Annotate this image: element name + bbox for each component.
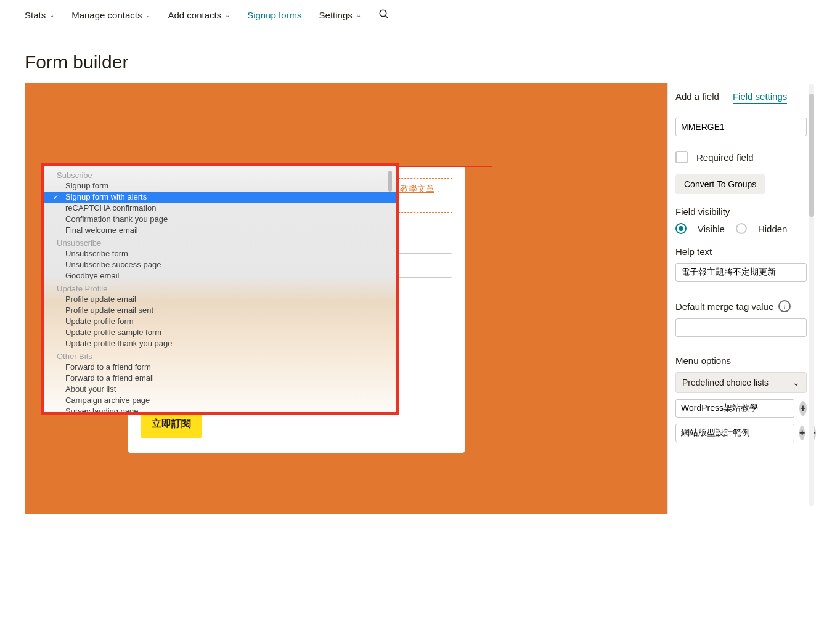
predefined-lists-select[interactable]: Predefined choice lists ⌄ bbox=[675, 372, 807, 393]
dropdown-group-label: Update Profile bbox=[44, 282, 396, 294]
nav-stats[interactable]: Stats⌄ bbox=[25, 10, 54, 20]
field-visibility-heading: Field visibility bbox=[675, 206, 807, 217]
dropdown-item[interactable]: Confirmation thank you page bbox=[44, 214, 396, 225]
dropdown-item[interactable]: Campaign archive page bbox=[44, 395, 396, 406]
chevron-down-icon: ⌄ bbox=[793, 378, 800, 387]
field-settings-panel: Add a field Field settings Required fiel… bbox=[667, 83, 815, 514]
merge-tag-input[interactable] bbox=[675, 118, 807, 136]
dropdown-item[interactable]: Goodbye email bbox=[44, 270, 396, 282]
nav-settings[interactable]: Settings⌄ bbox=[319, 10, 361, 20]
chevron-down-icon: ⌄ bbox=[49, 12, 54, 18]
menu-option-1-input[interactable] bbox=[675, 399, 794, 418]
dropdown-item[interactable]: reCAPTCHA confirmation bbox=[44, 203, 396, 214]
dropdown-item[interactable]: Unsubscribe success page bbox=[44, 259, 396, 270]
chevron-down-icon: ⌄ bbox=[356, 12, 361, 18]
nav-settings-label: Settings bbox=[319, 10, 353, 20]
nav-stats-label: Stats bbox=[25, 10, 46, 20]
required-checkbox[interactable] bbox=[675, 151, 688, 163]
dropdown-item[interactable]: Signup form bbox=[44, 180, 396, 192]
dropdown-item[interactable]: Forward to a friend email bbox=[44, 373, 396, 384]
default-merge-heading: Default merge tag value bbox=[675, 301, 773, 312]
nav-add-label: Add contacts bbox=[168, 10, 221, 20]
tab-field-settings[interactable]: Field settings bbox=[733, 91, 787, 104]
svg-line-1 bbox=[385, 15, 388, 18]
predefined-lists-label: Predefined choice lists bbox=[682, 378, 769, 387]
dropdown-item[interactable]: Final welcome email bbox=[44, 225, 396, 236]
default-merge-input[interactable] bbox=[675, 318, 807, 337]
dropdown-item[interactable]: Update profile thank you page bbox=[44, 338, 396, 349]
dropdown-item[interactable]: Profile update email sent bbox=[44, 305, 396, 316]
svg-point-0 bbox=[380, 10, 386, 17]
info-icon[interactable]: i bbox=[778, 300, 791, 312]
dropdown-group-label: Subscribe bbox=[44, 168, 396, 180]
nav-add-contacts[interactable]: Add contacts⌄ bbox=[168, 10, 230, 20]
sidebar-scrollbar[interactable] bbox=[809, 84, 814, 506]
nav-signup-forms[interactable]: Signup forms bbox=[247, 10, 301, 20]
chevron-down-icon: ⌄ bbox=[145, 12, 150, 18]
visibility-visible-label: Visible bbox=[698, 224, 725, 234]
nav-manage-label: Manage contacts bbox=[71, 10, 142, 20]
convert-to-groups-button[interactable]: Convert To Groups bbox=[675, 174, 765, 194]
dropdown-group-label: Other Bits bbox=[44, 349, 396, 362]
visibility-visible-radio[interactable] bbox=[675, 223, 687, 234]
search-icon[interactable] bbox=[378, 9, 389, 22]
dropdown-item[interactable]: Unsubscribe form bbox=[44, 248, 396, 259]
form-select-dropdown[interactable]: SubscribeSignup formSignup form with ale… bbox=[41, 163, 399, 415]
dropdown-item[interactable]: Forward to a friend form bbox=[44, 362, 396, 373]
visibility-hidden-label: Hidden bbox=[758, 224, 788, 234]
dropdown-item[interactable]: Update profile form bbox=[44, 316, 396, 327]
dropdown-item[interactable]: Signup form with alerts bbox=[44, 192, 396, 203]
required-label: Required field bbox=[696, 152, 754, 163]
dropdown-group-label: Unsubscribe bbox=[44, 236, 396, 248]
menu-option-2-input[interactable] bbox=[675, 424, 794, 442]
menu-options-heading: Menu options bbox=[675, 355, 807, 366]
desc-separator: 、 bbox=[437, 184, 446, 193]
dropdown-item[interactable]: Update profile sample form bbox=[44, 327, 396, 338]
help-text-heading: Help text bbox=[675, 246, 807, 257]
highlight-outline bbox=[43, 123, 492, 167]
dropdown-item[interactable]: Survey landing page bbox=[44, 406, 396, 413]
nav-manage-contacts[interactable]: Manage contacts⌄ bbox=[71, 10, 150, 20]
nav-signup-label: Signup forms bbox=[247, 10, 301, 20]
add-option-button[interactable]: + bbox=[799, 426, 805, 440]
dropdown-scrollbar[interactable] bbox=[388, 171, 392, 192]
visibility-hidden-radio[interactable] bbox=[736, 223, 747, 234]
help-text-input[interactable] bbox=[675, 263, 807, 282]
chevron-down-icon: ⌄ bbox=[225, 12, 230, 18]
top-nav: Stats⌄ Manage contacts⌄ Add contacts⌄ Si… bbox=[25, 0, 815, 33]
page-title: Form builder bbox=[25, 52, 815, 73]
add-option-button[interactable]: + bbox=[799, 401, 807, 416]
dropdown-item[interactable]: About your list bbox=[44, 384, 396, 395]
tab-add-field[interactable]: Add a field bbox=[675, 91, 719, 104]
dropdown-item[interactable]: Profile update email bbox=[44, 294, 396, 305]
